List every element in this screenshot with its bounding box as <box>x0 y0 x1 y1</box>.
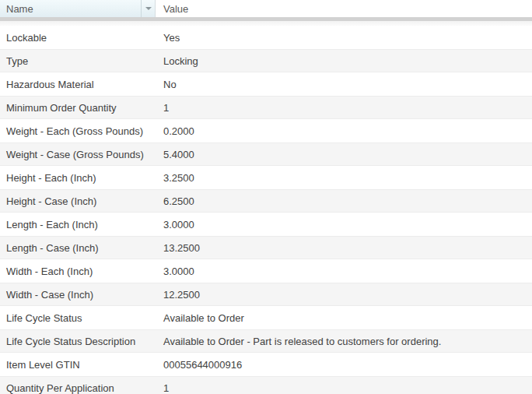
table-row[interactable]: Life Cycle Status Description Available … <box>0 329 532 353</box>
table-row[interactable]: Width - Case (Inch) 12.2500 <box>0 283 532 306</box>
table-row[interactable]: Minimum Order Quantity 1 <box>0 96 532 119</box>
value-cell: Available to Order - Part is released to… <box>156 336 532 347</box>
table-row[interactable]: Life Cycle Status Available to Order <box>0 306 532 329</box>
value-cell: Available to Order <box>156 312 532 324</box>
value-cell: 3.0000 <box>156 219 532 230</box>
value-cell: Locking <box>156 55 532 67</box>
name-cell: Weight - Case (Gross Pounds) <box>0 149 156 160</box>
table-row[interactable]: Length - Case (Inch) 13.2500 <box>0 236 532 259</box>
value-cell: Yes <box>156 32 532 44</box>
name-cell: Weight - Each (Gross Pounds) <box>0 125 156 137</box>
name-cell: Type <box>0 55 156 67</box>
value-cell: 0.2000 <box>156 125 532 137</box>
value-cell: 5.4000 <box>156 149 532 160</box>
table-row[interactable]: Hazardous Material No <box>0 72 532 96</box>
table-row[interactable]: Height - Each (Inch) 3.2500 <box>0 166 532 189</box>
table-row[interactable]: Lockable Yes <box>0 26 532 49</box>
table-row[interactable]: Height - Case (Inch) 6.2500 <box>0 189 532 213</box>
value-cell: 1 <box>156 382 532 394</box>
column-menu-trigger[interactable] <box>141 0 155 17</box>
name-cell: Length - Each (Inch) <box>0 219 156 230</box>
table-row[interactable]: Weight - Each (Gross Pounds) 0.2000 <box>0 119 532 142</box>
name-cell: Width - Each (Inch) <box>0 266 156 277</box>
chevron-down-icon[interactable] <box>145 7 152 10</box>
name-cell: Height - Case (Inch) <box>0 195 156 207</box>
value-cell: 6.2500 <box>156 195 532 207</box>
name-cell: Minimum Order Quantity <box>0 102 156 114</box>
name-cell: Item Level GTIN <box>0 359 156 371</box>
table-row[interactable]: Width - Each (Inch) 3.0000 <box>0 259 532 283</box>
name-cell: Quantity Per Application <box>0 382 156 394</box>
name-cell: Width - Case (Inch) <box>0 289 156 301</box>
column-header-value[interactable]: Value <box>156 0 532 17</box>
name-cell: Hazardous Material <box>0 79 156 90</box>
column-header-name-label: Name <box>6 3 33 15</box>
value-cell: 3.0000 <box>156 266 532 277</box>
table-row[interactable]: Quantity Per Application 1 <box>0 376 532 394</box>
value-cell: No <box>156 79 532 90</box>
value-cell: 00055644000916 <box>156 359 532 371</box>
name-cell: Height - Each (Inch) <box>0 172 156 184</box>
value-cell: 13.2500 <box>156 242 532 254</box>
table-row[interactable]: Weight - Case (Gross Pounds) 5.4000 <box>0 142 532 166</box>
name-cell: Length - Case (Inch) <box>0 242 156 254</box>
value-cell: 3.2500 <box>156 172 532 184</box>
value-cell: 12.2500 <box>156 289 532 301</box>
column-header-name[interactable]: Name <box>0 0 156 17</box>
table-row[interactable]: Item Level GTIN 00055644000916 <box>0 353 532 376</box>
table-row[interactable]: Type Locking <box>0 49 532 72</box>
grid-header: Name Value <box>0 0 532 17</box>
column-header-value-label: Value <box>163 3 188 15</box>
name-cell: Lockable <box>0 32 156 44</box>
value-cell: 1 <box>156 102 532 114</box>
attributes-grid: Name Value Lockable Yes Type Locking Haz… <box>0 0 532 394</box>
table-row[interactable]: Length - Each (Inch) 3.0000 <box>0 213 532 236</box>
name-cell: Life Cycle Status <box>0 312 156 324</box>
grid-body: Lockable Yes Type Locking Hazardous Mate… <box>0 26 532 394</box>
name-cell: Life Cycle Status Description <box>0 336 156 347</box>
